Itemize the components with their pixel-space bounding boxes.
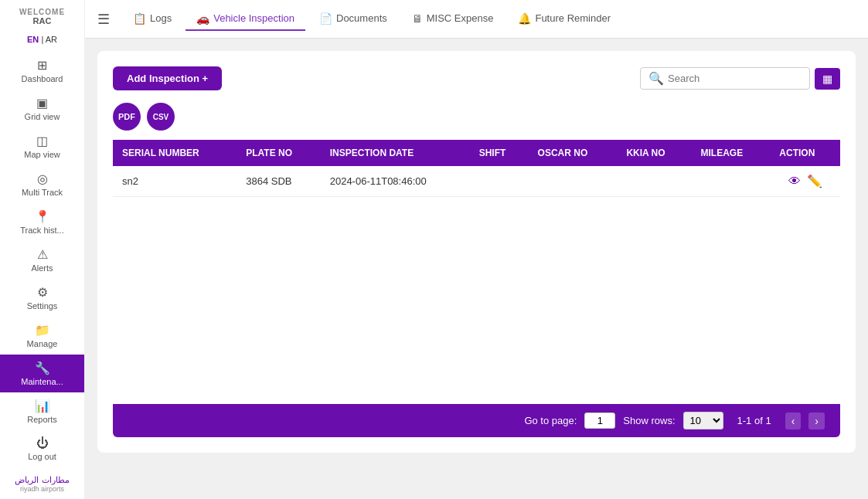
cell-action: 👁 ✏️ bbox=[770, 166, 840, 197]
lang-ar[interactable]: AR bbox=[46, 35, 57, 44]
logo-english: riyadh airports bbox=[15, 485, 69, 493]
col-kkia-no: KKIA NO bbox=[617, 140, 691, 166]
export-pdf-button[interactable]: PDF bbox=[113, 103, 141, 131]
table-header-row: SERIAL NUMBER PLATE NO INSPECTION DATE S… bbox=[113, 140, 840, 166]
top-nav: ☰ 📋 Logs 🚗 Vehicle Inspection 📄 Document… bbox=[85, 0, 868, 39]
sidebar-label-manage: Manage bbox=[27, 339, 58, 348]
col-serial-number: SERIAL NUMBER bbox=[113, 140, 237, 166]
sidebar-item-logout[interactable]: ⏻ Log out bbox=[0, 430, 84, 467]
sidebar-label-reports: Reports bbox=[27, 415, 57, 424]
dashboard-icon: ⊞ bbox=[37, 58, 47, 73]
multi-track-icon: ◎ bbox=[37, 171, 48, 186]
toolbar-row: Add Inspection + 🔍 ▦ bbox=[113, 66, 840, 90]
vehicle-inspection-tab-icon: 🚗 bbox=[196, 12, 209, 25]
filter-icon: ▦ bbox=[822, 73, 832, 85]
documents-tab-icon: 📄 bbox=[319, 12, 332, 25]
lang-en[interactable]: EN bbox=[27, 35, 39, 44]
logout-icon: ⏻ bbox=[36, 436, 49, 450]
prev-page-button[interactable]: ‹ bbox=[785, 412, 802, 429]
cell-kkia-no bbox=[617, 166, 691, 197]
sidebar-label-map-view: Map view bbox=[24, 150, 60, 159]
sidebar-label-dashboard: Dashboard bbox=[22, 74, 63, 83]
col-mileage: MILEAGE bbox=[691, 140, 770, 166]
sidebar-label-logout: Log out bbox=[28, 452, 56, 461]
tab-future-reminder[interactable]: 🔔 Future Reminder bbox=[507, 8, 621, 31]
sidebar-label-maintenance: Maintena... bbox=[21, 377, 63, 386]
sidebar-item-settings[interactable]: ⚙ Settings bbox=[0, 279, 84, 317]
search-box: 🔍 bbox=[640, 67, 810, 90]
search-input[interactable] bbox=[668, 73, 802, 84]
search-area: 🔍 ▦ bbox=[640, 67, 840, 90]
sidebar: WELCOME RAC EN | AR ⊞ Dashboard ▣ Grid v… bbox=[0, 0, 85, 499]
pdf-icon: PDF bbox=[118, 112, 135, 121]
hamburger-menu-icon[interactable]: ☰ bbox=[97, 11, 110, 28]
edit-icon[interactable]: ✏️ bbox=[807, 174, 822, 188]
filter-button[interactable]: ▦ bbox=[815, 68, 840, 90]
sidebar-item-multi-track[interactable]: ◎ Multi Track bbox=[0, 165, 84, 203]
col-plate-no: PLATE NO bbox=[237, 140, 320, 166]
cell-oscar-no bbox=[529, 166, 618, 197]
view-icon[interactable]: 👁 bbox=[788, 175, 801, 188]
sidebar-footer: مطارات الرياض riyadh airports bbox=[15, 467, 69, 499]
future-reminder-tab-icon: 🔔 bbox=[518, 12, 531, 25]
track-history-icon: 📍 bbox=[35, 209, 50, 224]
sidebar-item-dashboard[interactable]: ⊞ Dashboard bbox=[0, 52, 84, 90]
tab-vehicle-inspection[interactable]: 🚗 Vehicle Inspection bbox=[186, 8, 305, 31]
sidebar-label-grid-view: Grid view bbox=[25, 112, 60, 121]
logs-tab-icon: 📋 bbox=[133, 12, 146, 25]
csv-icon: CSV bbox=[153, 113, 169, 121]
sidebar-label-track-history: Track hist... bbox=[20, 226, 63, 235]
tab-misc-expense-label: MISC Expense bbox=[427, 12, 494, 24]
page-input[interactable] bbox=[584, 412, 615, 429]
lang-switch: EN | AR bbox=[27, 35, 57, 44]
tab-documents-label: Documents bbox=[336, 12, 387, 24]
inspection-table: SERIAL NUMBER PLATE NO INSPECTION DATE S… bbox=[113, 140, 840, 197]
col-shift: SHIFT bbox=[470, 140, 529, 166]
show-rows-label: Show rows: bbox=[623, 415, 675, 426]
alerts-icon: ⚠ bbox=[37, 247, 48, 262]
col-action: ACTION bbox=[770, 140, 840, 166]
tab-documents[interactable]: 📄 Documents bbox=[308, 8, 398, 31]
cell-shift bbox=[470, 166, 529, 197]
reports-icon: 📊 bbox=[35, 399, 50, 413]
col-oscar-no: OSCAR NO bbox=[529, 140, 618, 166]
action-icons: 👁 ✏️ bbox=[779, 174, 831, 188]
sidebar-item-alerts[interactable]: ⚠ Alerts bbox=[0, 241, 84, 279]
page-info: 1-1 of 1 bbox=[737, 415, 771, 426]
sidebar-item-maintenance[interactable]: 🔧 Maintena... bbox=[0, 355, 84, 392]
main-area: ☰ 📋 Logs 🚗 Vehicle Inspection 📄 Document… bbox=[85, 0, 868, 499]
next-page-button[interactable]: › bbox=[808, 412, 825, 429]
content-card: Add Inspection + 🔍 ▦ PDF CSV bbox=[97, 51, 856, 453]
welcome-text: WELCOME bbox=[19, 8, 65, 16]
rows-per-page-select[interactable]: 10 25 50 100 bbox=[683, 412, 723, 429]
sidebar-item-map-view[interactable]: ◫ Map view bbox=[0, 127, 84, 165]
search-icon: 🔍 bbox=[648, 71, 664, 86]
pagination-bar: Go to page: Show rows: 10 25 50 100 1-1 … bbox=[113, 404, 840, 437]
manage-icon: 📁 bbox=[35, 323, 50, 338]
map-view-icon: ◫ bbox=[36, 134, 48, 148]
tab-misc-expense[interactable]: 🖥 MISC Expense bbox=[401, 8, 505, 31]
sidebar-item-manage[interactable]: 📁 Manage bbox=[0, 317, 84, 355]
cell-inspection-date: 2024-06-11T08:46:00 bbox=[321, 166, 470, 197]
tab-vehicle-inspection-label: Vehicle Inspection bbox=[213, 12, 294, 24]
cell-serial-number: sn2 bbox=[113, 166, 237, 197]
go-to-page-label: Go to page: bbox=[524, 415, 577, 426]
misc-expense-tab-icon: 🖥 bbox=[412, 12, 423, 25]
tab-logs-label: Logs bbox=[150, 12, 172, 24]
content-wrapper: Add Inspection + 🔍 ▦ PDF CSV bbox=[85, 39, 868, 499]
maintenance-icon: 🔧 bbox=[35, 361, 50, 375]
sidebar-label-multi-track: Multi Track bbox=[22, 188, 63, 197]
table-row: sn2 3864 SDB 2024-06-11T08:46:00 👁 ✏️ bbox=[113, 166, 840, 197]
export-csv-button[interactable]: CSV bbox=[147, 103, 175, 131]
tab-future-reminder-label: Future Reminder bbox=[535, 12, 611, 24]
export-row: PDF CSV bbox=[113, 103, 840, 131]
add-inspection-button[interactable]: Add Inspection + bbox=[113, 66, 222, 90]
sidebar-item-grid-view[interactable]: ▣ Grid view bbox=[0, 90, 84, 127]
grid-view-icon: ▣ bbox=[36, 96, 48, 110]
tab-logs[interactable]: 📋 Logs bbox=[122, 8, 182, 31]
sidebar-item-track-history[interactable]: 📍 Track hist... bbox=[0, 203, 84, 241]
rac-text: RAC bbox=[19, 16, 65, 25]
sidebar-header: WELCOME RAC bbox=[19, 8, 65, 25]
sidebar-item-reports[interactable]: 📊 Reports bbox=[0, 392, 84, 430]
cell-mileage bbox=[691, 166, 770, 197]
